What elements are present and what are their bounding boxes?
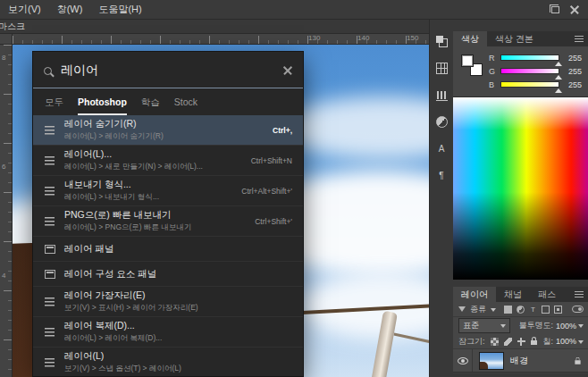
blue-slider[interactable]	[500, 81, 559, 88]
result-path: 레이어(L) > 레이어 복제(D)...	[64, 333, 162, 344]
window-close-icon[interactable]	[570, 5, 579, 14]
color-panel-icon[interactable]	[436, 36, 448, 47]
result-title: 레이어 숨기기(R)	[64, 118, 164, 130]
search-input[interactable]: 레이어	[61, 63, 274, 79]
search-result-hide-layer[interactable]: 레이어 숨기기(R) 레이어(L) > 레이어 숨기기(R) Ctrl+,	[33, 115, 303, 146]
search-bar: 레이어	[33, 52, 303, 88]
menu-bar: 보기(V) 창(W) 도움말(H)	[0, 0, 588, 20]
window-controls	[551, 5, 588, 14]
ruler-label: 130	[308, 34, 320, 42]
ruler-label: 140	[357, 34, 369, 42]
character-panel-icon[interactable]: A	[436, 143, 448, 155]
adjustments-panel-icon[interactable]	[436, 116, 448, 128]
search-result-new-layer[interactable]: 레이어(L)... 레이어(L) > 새로 만들기(N) > 레이어(L)...…	[33, 146, 303, 176]
layer-row-background[interactable]: 배경	[453, 349, 588, 373]
red-slider[interactable]	[500, 54, 559, 61]
search-result-layer-edges[interactable]: 레이어 가장자리(E) 보기(V) > 표시(H) > 레이어 가장자리(E)	[33, 287, 303, 317]
green-value[interactable]: 255	[564, 67, 582, 76]
search-result-layer-comps-panel[interactable]: 레이어 구성 요소 패널	[33, 262, 303, 287]
panel-menu-icon[interactable]	[575, 36, 584, 42]
tab-stock[interactable]: Stock	[174, 96, 197, 115]
swatches-panel-icon[interactable]	[436, 63, 448, 74]
red-slider-row: R 255	[489, 53, 582, 63]
visibility-toggle[interactable]	[453, 349, 473, 372]
tab-color[interactable]: 색상	[453, 31, 487, 46]
ruler-label: 8	[2, 54, 5, 62]
close-icon[interactable]	[283, 66, 292, 75]
paragraph-panel-icon[interactable]: ¶	[436, 170, 448, 181]
foreground-background-swatch[interactable]	[461, 54, 483, 76]
panel-menu-icon[interactable]	[575, 291, 584, 297]
menu-help[interactable]: 도움말(H)	[90, 0, 149, 19]
tab-learn[interactable]: 학습	[141, 96, 160, 115]
filter-shape-icon[interactable]	[542, 306, 550, 314]
layers-panel: 레이어 채널 패스 종류 T	[453, 287, 588, 373]
lock-paint-icon[interactable]	[504, 338, 512, 346]
layers-panel-body: 종류 T 표준	[453, 302, 588, 373]
result-shortcut: Ctrl+,	[273, 126, 292, 135]
opacity-value[interactable]: 100%	[556, 321, 584, 331]
search-icon	[44, 67, 52, 75]
lock-transparency-icon[interactable]	[491, 338, 499, 346]
window-restore-icon[interactable]	[551, 6, 559, 13]
filter-type-icon[interactable]: T	[529, 306, 537, 314]
ruler-label: 150	[407, 34, 418, 42]
chevron-down-icon	[491, 308, 496, 314]
color-spectrum-picker[interactable]	[453, 96, 588, 280]
tab-channels[interactable]: 채널	[496, 287, 530, 302]
filter-adjustment-icon[interactable]	[517, 306, 525, 314]
libraries-panel-icon[interactable]	[436, 89, 448, 101]
green-slider-label: G	[489, 67, 496, 76]
lock-position-icon[interactable]	[517, 338, 525, 346]
red-value[interactable]: 255	[564, 54, 582, 63]
filter-smart-object-icon[interactable]	[554, 306, 562, 314]
search-result-layers-panel[interactable]: 레이어 패널	[33, 237, 303, 262]
filter-pixel-icon[interactable]	[504, 306, 512, 314]
search-tabs: 모두 Photoshop 학습 Stock	[33, 88, 303, 115]
tab-swatches[interactable]: 색상 견본	[487, 31, 542, 46]
menu-command-icon	[45, 187, 55, 196]
lock-all-icon[interactable]	[531, 340, 537, 345]
layer-thumbnail[interactable]	[479, 352, 504, 370]
blue-slider-row: B 255	[489, 80, 582, 89]
result-title: 레이어(L)...	[64, 148, 203, 160]
search-results: 레이어 숨기기(R) 레이어(L) > 레이어 숨기기(R) Ctrl+, 레이…	[33, 115, 303, 376]
filter-icon	[458, 306, 466, 312]
blend-mode-dropdown[interactable]: 표준	[458, 318, 510, 333]
tab-photoshop[interactable]: Photoshop	[78, 96, 127, 115]
panel-icon	[45, 270, 55, 279]
search-result-duplicate-layer[interactable]: 레이어 복제(D)... 레이어(L) > 레이어 복제(D)...	[33, 317, 303, 348]
ruler-origin[interactable]	[0, 34, 13, 45]
filter-kind-dropdown[interactable]: 종류	[470, 304, 486, 315]
layer-locked-icon	[575, 360, 580, 364]
search-result-snap-to-layer[interactable]: 레이어(L) 보기(V) > 스냅 옵션(T) > 레이어(L)	[33, 348, 303, 376]
ruler-label: 6	[2, 163, 5, 171]
result-shortcut: Ctrl+Alt+Shift+'	[241, 187, 292, 196]
search-result-export-as[interactable]: 내보내기 형식... 레이어(L) > 내보내기 형식... Ctrl+Alt+…	[33, 176, 303, 206]
menu-window[interactable]: 창(W)	[49, 0, 91, 19]
tab-all[interactable]: 모두	[45, 96, 63, 115]
foreground-color-swatch[interactable]	[461, 54, 474, 67]
tab-paths[interactable]: 패스	[530, 287, 564, 302]
green-slider[interactable]	[500, 68, 559, 74]
result-path: 레이어(L) > PNG으(로) 빠른 내보내기	[64, 222, 191, 233]
filter-switch-icon[interactable]	[572, 306, 584, 313]
fill-value[interactable]: 100%	[556, 337, 584, 347]
result-title: 레이어(L)	[64, 350, 181, 362]
layers-panel-tabs: 레이어 채널 패스	[453, 287, 588, 302]
chevron-down-icon	[500, 324, 506, 331]
blue-value[interactable]: 255	[564, 80, 582, 89]
result-title: PNG으(로) 빠른 내보내기	[64, 209, 191, 221]
search-result-quick-export-png[interactable]: PNG으(로) 빠른 내보내기 레이어(L) > PNG으(로) 빠른 내보내기…	[33, 206, 303, 237]
layer-name: 배경	[510, 355, 528, 367]
green-slider-row: G 255	[489, 66, 582, 76]
blue-slider-label: B	[489, 80, 496, 89]
tab-layers[interactable]: 레이어	[453, 287, 496, 302]
result-path: 레이어(L) > 레이어 숨기기(R)	[64, 131, 164, 142]
chevron-down-icon	[578, 340, 584, 347]
menu-command-icon	[45, 358, 55, 367]
menu-view[interactable]: 보기(V)	[0, 0, 49, 19]
result-path: 보기(V) > 스냅 옵션(T) > 레이어(L)	[64, 364, 181, 374]
vertical-ruler: 8 6 4	[0, 45, 13, 377]
blend-mode-row: 표준 불투명도: 100%	[453, 317, 588, 334]
